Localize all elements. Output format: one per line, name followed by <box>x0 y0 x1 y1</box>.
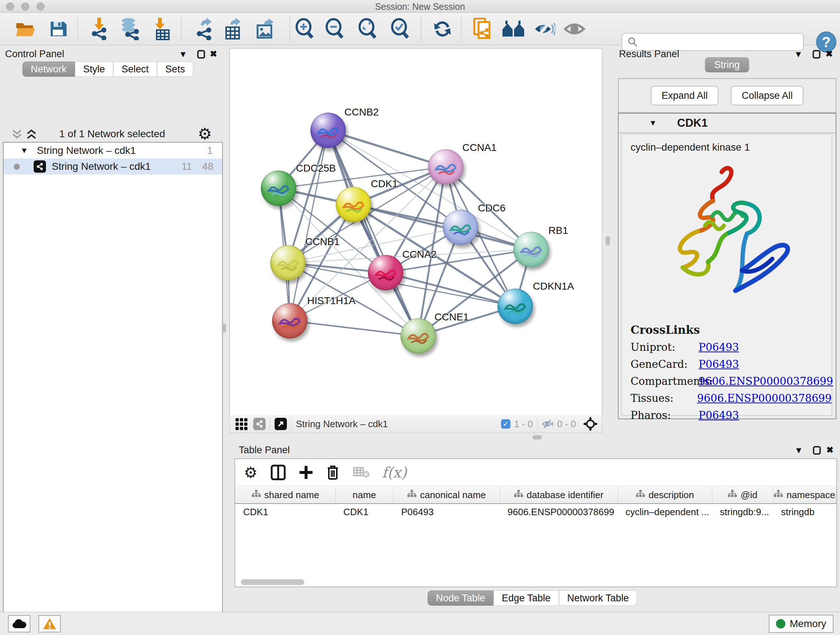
network-view-type-icon[interactable] <box>253 418 265 430</box>
node-CCNB1[interactable] <box>270 245 306 280</box>
node-CDKN1A[interactable] <box>497 288 533 324</box>
export-table-icon[interactable] <box>221 18 245 40</box>
panel-float-icon[interactable] <box>197 50 205 59</box>
tab-network[interactable]: Network <box>22 62 75 77</box>
open-session-icon[interactable] <box>14 18 37 40</box>
column-header-namespace[interactable]: namespace <box>773 486 836 503</box>
zoom-out-icon[interactable] <box>323 18 346 40</box>
selected-checkbox-icon[interactable]: ✓ <box>501 419 510 429</box>
crosslink-link[interactable]: 9606.ENSP00000378699 <box>699 375 833 387</box>
hide-selected-icon[interactable] <box>533 18 556 40</box>
new-network-from-selection-icon[interactable] <box>471 18 494 40</box>
cell-shared-name[interactable]: CDK1 <box>235 504 335 520</box>
left-splitter-handle[interactable] <box>222 323 226 333</box>
disclosure-triangle-icon[interactable]: ▼ <box>649 119 657 128</box>
panel-menu-icon[interactable]: ▼ <box>179 49 187 59</box>
expand-all-button[interactable]: Expand All <box>651 86 719 105</box>
zoom-in-icon[interactable] <box>293 18 316 40</box>
export-network-icon[interactable] <box>193 18 216 40</box>
node-CDC6[interactable] <box>443 210 478 245</box>
tab-node-table[interactable]: Node Table <box>428 591 493 606</box>
import-network-icon[interactable] <box>88 18 111 40</box>
cell-description[interactable]: cyclin–dependent ... <box>617 504 712 520</box>
crosslink-row: Tissues:9606.ENSP00000378699 <box>630 392 832 404</box>
panel-close-icon[interactable]: ✖ <box>826 49 833 59</box>
open-in-new-window-icon[interactable] <box>275 418 287 430</box>
collapse-all-icon[interactable] <box>11 129 22 140</box>
node-HIST1H1A[interactable] <box>272 303 308 339</box>
cell-database-identifier[interactable]: 9606.ENSP00000378699 <box>500 504 617 520</box>
tab-style[interactable]: Style <box>75 62 113 77</box>
grid-view-icon[interactable] <box>235 418 248 430</box>
edge-HIST1H1A-CCNE1[interactable] <box>290 321 418 336</box>
column-header-name[interactable]: name <box>335 486 393 503</box>
column-header-database-identifier[interactable]: database identifier <box>500 486 618 503</box>
gear-icon[interactable]: ⚙ <box>244 464 257 481</box>
right-splitter-handle[interactable] <box>606 236 610 245</box>
hidden-eye-icon[interactable] <box>542 419 554 429</box>
horizontal-splitter-handle[interactable] <box>532 435 542 440</box>
network-view-title: String Network – cdk1 <box>296 418 388 430</box>
show-all-icon[interactable] <box>563 18 586 40</box>
refresh-icon[interactable] <box>431 18 454 40</box>
import-table-icon[interactable] <box>149 18 172 40</box>
crosslink-link[interactable]: 9606.ENSP00000378699 <box>697 392 832 404</box>
zoom-fit-icon[interactable] <box>356 18 379 40</box>
crosslink-link[interactable]: P06493 <box>699 358 739 371</box>
gene-header-row[interactable]: ▼ CDK1 <box>619 114 836 133</box>
crosslink-link[interactable]: P06493 <box>699 341 739 353</box>
network-row[interactable]: String Network – cdk1 11 48 <box>4 158 222 174</box>
cell-canonical-name[interactable]: P06493 <box>393 504 500 520</box>
delete-column-icon[interactable] <box>326 464 339 480</box>
crosslink-link[interactable]: P06493 <box>699 409 739 421</box>
birdseye-crosshair-icon[interactable] <box>583 417 598 431</box>
node-RB1[interactable] <box>513 232 549 267</box>
column-header-description[interactable]: description <box>617 486 712 503</box>
network-collection-row[interactable]: ▼ String Network – cdk1 1 <box>4 143 222 158</box>
edge-CCNB2-HIST1H1A[interactable] <box>290 130 328 321</box>
disclosure-triangle-icon[interactable]: ▼ <box>20 146 28 155</box>
column-header-canonical-name[interactable]: canonical name <box>393 486 500 503</box>
node-CDK1[interactable] <box>336 187 371 222</box>
add-column-icon[interactable] <box>299 465 313 480</box>
collapse-all-button[interactable]: Collapse All <box>731 86 804 105</box>
gear-icon[interactable]: ⚙ <box>198 125 212 143</box>
first-neighbors-icon[interactable] <box>502 18 525 40</box>
tab-string[interactable]: String <box>705 57 749 73</box>
export-image-icon[interactable] <box>254 18 277 40</box>
panel-menu-icon[interactable]: ▼ <box>794 445 803 455</box>
warning-button[interactable] <box>38 615 61 632</box>
save-session-icon[interactable] <box>46 18 69 40</box>
node-CCNA1[interactable] <box>428 149 463 185</box>
node-CCNE1[interactable] <box>401 318 436 354</box>
network-view-canvas[interactable]: CCNB2CCNA1CDC25BCDK1CDC6RB1CCNB1CCNA2CDK… <box>229 48 602 416</box>
tab-sets[interactable]: Sets <box>157 62 193 77</box>
memory-button[interactable]: Memory <box>769 615 834 633</box>
show-columns-icon[interactable] <box>271 464 286 480</box>
tab-edge-table[interactable]: Edge Table <box>493 591 559 606</box>
tab-select[interactable]: Select <box>113 62 157 77</box>
cell-id[interactable]: stringdb:9... <box>712 504 773 520</box>
cell-name[interactable]: CDK1 <box>335 504 393 520</box>
panel-close-icon[interactable]: ✖ <box>210 49 217 59</box>
table-toolbar: ⚙ f(x) <box>235 459 836 486</box>
cloud-button[interactable] <box>8 615 30 632</box>
table-row[interactable]: CDK1CDK1P064939606.ENSP00000378699cyclin… <box>235 504 836 520</box>
cell-namespace[interactable]: stringdb <box>773 504 836 520</box>
zoom-selected-icon[interactable] <box>388 18 412 40</box>
edge-CCNB2-CCNA1[interactable] <box>328 130 446 167</box>
expand-all-icon[interactable] <box>26 129 37 140</box>
column-header-id[interactable]: @id <box>712 486 774 503</box>
node-CCNA2[interactable] <box>368 255 403 290</box>
panel-menu-icon[interactable]: ▼ <box>794 49 803 59</box>
crosslink-row: Uniprot:P06493 <box>630 341 832 353</box>
panel-float-icon[interactable] <box>813 446 821 455</box>
horizontal-scrollbar-thumb[interactable] <box>241 579 304 585</box>
tab-network-table[interactable]: Network Table <box>559 591 638 606</box>
node-CDC25B[interactable] <box>261 171 296 206</box>
import-network-from-database-icon[interactable] <box>118 18 141 40</box>
node-CCNB2[interactable] <box>310 112 346 148</box>
column-header-shared-name[interactable]: shared name <box>235 486 336 503</box>
panel-close-icon[interactable]: ✖ <box>826 445 834 455</box>
panel-float-icon[interactable] <box>812 50 821 59</box>
